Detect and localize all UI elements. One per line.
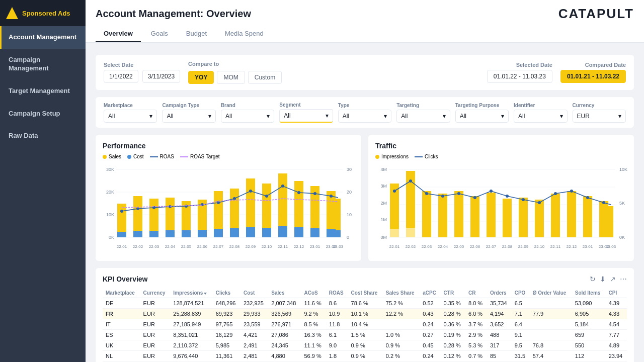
tab-goals[interactable]: Goals [143,26,176,42]
col-currency[interactable]: Currency [140,288,171,298]
col-cpo[interactable]: CPO [512,288,530,298]
cell-acpc: 0.24 [420,319,440,330]
cell-cr: 2.9 % [465,330,487,340]
svg-text:0M: 0M [380,235,387,240]
cell-acpc: 0.24 [420,351,440,361]
col-orders[interactable]: Orders [487,288,512,298]
tab-overview[interactable]: Overview [96,26,141,42]
svg-text:22-01: 22-01 [389,244,400,249]
col-roas[interactable]: ROAS [326,288,348,298]
currency-dropdown-group: Currency EUR ▾ [573,103,626,123]
svg-text:30K: 30K [106,167,114,172]
svg-rect-32 [198,230,207,237]
legend-roas: ROAS [150,154,174,159]
campaign-type-select[interactable]: All ▾ [162,110,215,123]
marketplace-select[interactable]: All ▾ [104,110,157,123]
legend-sales: Sales [103,154,121,159]
date-to-input[interactable]: 3/11/2023 [142,70,180,83]
svg-text:30: 30 [347,167,352,172]
col-acpc[interactable]: aCPC [420,288,440,298]
col-order-value[interactable]: Ø Order Value [530,288,572,298]
legend-cost: Cost [127,154,144,159]
svg-point-109 [522,198,525,201]
cell-roas: 8.6 [326,298,348,309]
targeting-select[interactable]: All ▾ [396,110,450,123]
col-impressions[interactable]: Impressions [170,288,212,298]
col-cost-share[interactable]: Cost Share [348,288,383,298]
cell-sales-share: 0.2 % [383,351,420,361]
svg-rect-30 [166,230,175,237]
svg-point-110 [538,201,541,204]
svg-text:22-10: 22-10 [534,244,545,249]
col-cost[interactable]: Cost [240,288,268,298]
brand-select[interactable]: All ▾ [221,110,274,123]
sidebar-item-account-management[interactable]: Account Management [0,26,86,49]
cell-clicks: 5,985 [213,340,240,351]
menu-icon[interactable]: ⋯ [620,275,627,283]
cell-cost: 2,481 [240,351,268,361]
svg-text:22-05: 22-05 [454,244,464,249]
svg-text:22-03: 22-03 [422,244,432,249]
col-sales-share[interactable]: Sales Share [383,288,420,298]
sidebar-item-target-management[interactable]: Target Management [0,80,86,103]
date-from-input[interactable]: 1/1/2022 [104,70,138,83]
segment-select[interactable]: All ▾ [279,109,333,123]
tab-budget[interactable]: Budget [178,26,215,42]
col-ctr[interactable]: CTR [441,288,465,298]
tab-media-spend[interactable]: Media Spend [217,26,272,42]
cell-cost: 2,491 [240,340,268,351]
col-sold-items[interactable]: Sold Items [572,288,606,298]
cell-cr: 3.7 % [465,319,487,330]
type-select[interactable]: All ▾ [338,110,391,123]
cell-roas: 1.8 [326,351,348,361]
svg-text:5K: 5K [619,201,625,206]
targeting-purpose-select[interactable]: All ▾ [455,110,509,123]
svg-text:10K: 10K [619,167,627,172]
cell-cpi: 4.33 [606,309,627,319]
sidebar-item-raw-data[interactable]: Raw Data [0,125,86,147]
svg-rect-94 [551,194,560,237]
legend-impressions-label: Impressions [381,154,409,159]
svg-text:22-11: 22-11 [550,244,561,249]
export-icon[interactable]: ↗ [610,275,616,283]
kpi-table-body: DE EUR 128,874,521 648,296 232,925 2,007… [103,298,627,363]
svg-rect-99 [390,229,399,237]
legend-impressions: Impressions [375,154,409,159]
header-top: Account Management: Overview CATAPULT [96,6,634,22]
col-cr[interactable]: CR [465,288,487,298]
svg-rect-41 [336,230,341,237]
legend-roas-label: ROAS [160,154,174,159]
svg-text:20K: 20K [106,190,114,195]
cell-sales: 4,880 [268,351,301,361]
svg-rect-40 [327,229,336,237]
currency-select[interactable]: EUR ▾ [573,110,626,123]
yoy-button[interactable]: YOY [188,71,214,84]
cell-ctr: 0.35 % [441,298,465,309]
sidebar-item-label: Raw Data [9,132,78,140]
svg-point-43 [136,207,139,210]
compared-date-group: Compared Date 01.01.21 - 11.03.22 [560,62,626,83]
col-cpi[interactable]: CPI [606,288,627,298]
svg-text:22-04: 22-04 [165,244,176,249]
identifier-select[interactable]: All ▾ [514,110,567,123]
col-acos[interactable]: ACoS [301,288,326,298]
cell-clicks: 69,923 [213,309,240,319]
cell-cpi: 4.89 [606,340,627,351]
custom-button[interactable]: Custom [248,71,282,84]
svg-point-49 [233,197,236,200]
svg-text:22-09: 22-09 [246,244,256,249]
cell-clicks: 648,296 [213,298,240,309]
traffic-chart-card: Traffic Impressions Clicks 4M 3 [368,135,634,261]
col-marketplace[interactable]: Marketplace [103,288,140,298]
cell-clicks: 97,765 [213,319,240,330]
mom-button[interactable]: MOM [217,71,245,84]
col-sales[interactable]: Sales [268,288,301,298]
sidebar-item-campaign-management[interactable]: Campaign Management [0,49,86,80]
svg-text:3M: 3M [380,184,387,189]
download-icon[interactable]: ⬇ [600,275,606,283]
refresh-icon[interactable]: ↻ [590,275,596,283]
svg-text:20: 20 [347,190,352,195]
sidebar-item-campaign-setup[interactable]: Campaign Setup [0,103,86,125]
col-clicks[interactable]: Clicks [213,288,240,298]
cell-cost-share: 78.6 % [348,298,383,309]
